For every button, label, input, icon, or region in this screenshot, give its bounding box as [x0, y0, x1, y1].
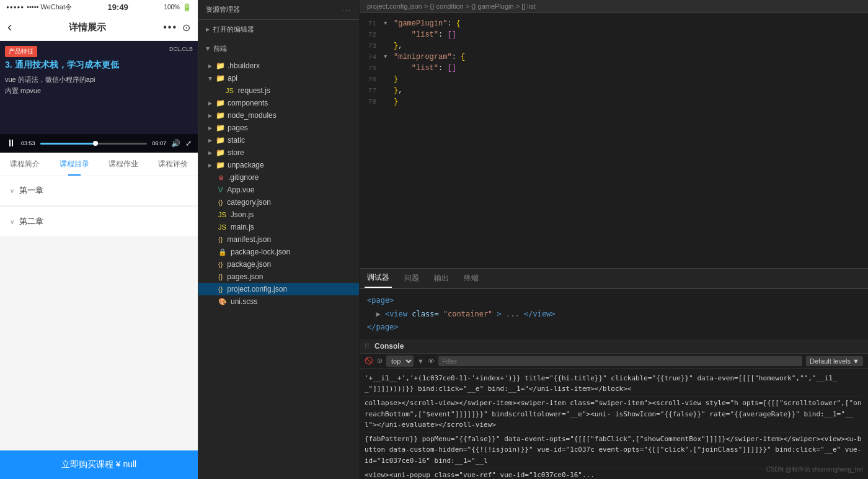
- folder-icon: 📁: [216, 136, 225, 145]
- file-node-modules[interactable]: ▶ 📁 node_modules: [198, 109, 359, 122]
- record-icon[interactable]: ⊙: [182, 22, 190, 34]
- console-context-select[interactable]: top: [386, 356, 414, 367]
- file-package-json[interactable]: {} package.json: [198, 258, 359, 271]
- file-pages-json[interactable]: {} pages.json: [198, 271, 359, 283]
- folder-icon: 📁: [216, 111, 225, 120]
- play-button[interactable]: ⏸: [6, 138, 16, 149]
- filter-icon[interactable]: ⊘: [377, 357, 383, 365]
- wxml-expand-arrow[interactable]: ▶: [376, 310, 380, 318]
- vue-icon: V: [218, 186, 223, 194]
- open-editors-label[interactable]: ▶ 打开的编辑器: [198, 22, 359, 37]
- file-gitignore[interactable]: ⊗ .gitignore: [198, 171, 359, 184]
- progress-bar[interactable]: [40, 143, 148, 145]
- folder-icon: 📁: [216, 74, 225, 83]
- carrier-dots: ●●●●●: [6, 4, 24, 10]
- lock-json-icon: 🔒: [218, 248, 227, 256]
- more-icon[interactable]: •••: [163, 22, 177, 33]
- file-request-js[interactable]: JS request.js: [198, 84, 359, 97]
- file-store[interactable]: ▶ 📁 store: [198, 146, 359, 159]
- page-title: 详情展示: [69, 22, 106, 34]
- console-dots-icon: ⁝⁝: [365, 342, 370, 350]
- line-content-72: "list": []: [394, 29, 456, 40]
- back-button[interactable]: ‹: [7, 19, 12, 35]
- video-title: 3. 通用技术栈，学习成本更低: [5, 60, 193, 71]
- file-json-js[interactable]: JS Json.js: [198, 208, 359, 221]
- file-app-vue[interactable]: V App.vue: [198, 184, 359, 196]
- phone-panel: ●●●●● ••••• WeChat令 19:49 100% 🔋 ‹ 详情展示 …: [0, 0, 198, 479]
- root-label[interactable]: ▶ 前端: [198, 42, 359, 56]
- console-line-2: collapse></scroll-view></swiper-item><sw…: [365, 396, 863, 432]
- eye-icon[interactable]: 👁: [428, 357, 435, 365]
- explorer-menu[interactable]: ···: [342, 6, 352, 14]
- folder-icon: 📁: [216, 148, 225, 157]
- file-manifest-json[interactable]: {} manifest.json: [198, 233, 359, 246]
- chapter-item-2[interactable]: ∨ 第二章: [0, 207, 198, 236]
- code-editor[interactable]: 71 ▼ "gamePlugin": { 72 "list": [] 73 },…: [360, 13, 868, 268]
- breadcrumb-text: project.config.json > {} condition > {} …: [367, 2, 536, 10]
- file-category-json[interactable]: {} category.json: [198, 196, 359, 208]
- scss-icon: 🎨: [218, 298, 227, 306]
- line-num-77: 77: [362, 85, 384, 96]
- file-main-js[interactable]: JS main.js: [198, 221, 359, 233]
- tab-problems[interactable]: 问题: [402, 269, 422, 287]
- clear-console-btn[interactable]: 🚫: [365, 357, 373, 365]
- code-line-78: 78 }: [360, 96, 868, 107]
- console-filter-input[interactable]: [438, 356, 802, 366]
- video-area: 产品特征 DCL.CLB 3. 通用技术栈，学习成本更低 vue 的语法，微信小…: [0, 41, 198, 153]
- chapter-item-1[interactable]: ∨ 第一章: [0, 176, 198, 205]
- console-line-1: '+__i1__+','+(1c037ce0-11-'+index+')}} t…: [365, 372, 863, 396]
- js-icon: JS: [218, 211, 226, 218]
- folder-icon: 📁: [216, 99, 225, 107]
- tab-terminal[interactable]: 终端: [461, 269, 481, 287]
- console-output: '+__i1__+','+(1c037ce0-11-'+index+')}} t…: [360, 369, 868, 479]
- line-arrow-71: ▼: [384, 18, 394, 29]
- file-tree: ▶ 📁 .hbuilderx ▶ 📁 api JS request.js ▶ 📁…: [198, 58, 359, 479]
- phone-status-bar: ●●●●● ••••• WeChat令 19:49 100% 🔋: [0, 0, 198, 14]
- tab-debugger[interactable]: 调试器: [365, 269, 392, 288]
- video-subtitle: vue 的语法，微信小程序的api 内置 mpvue: [5, 74, 193, 96]
- line-content-73: },: [394, 40, 402, 51]
- status-time: 19:49: [108, 2, 128, 12]
- line-num-74: 74: [362, 51, 384, 63]
- nav-icons: ••• ⊙: [163, 22, 190, 34]
- time-current: 03:53: [21, 140, 35, 146]
- chapter-2-header[interactable]: ∨ 第二章: [0, 207, 198, 236]
- file-api[interactable]: ▶ 📁 api: [198, 72, 359, 84]
- file-project-config[interactable]: {} project.config.json: [198, 283, 359, 295]
- tab-intro[interactable]: 课程简介: [0, 153, 50, 176]
- tab-catalog[interactable]: 课程目录: [50, 153, 99, 176]
- file-pages[interactable]: ▶ 📁 pages: [198, 122, 359, 134]
- fullscreen-icon[interactable]: ⤢: [185, 139, 192, 148]
- explorer-title: 资源管理器: [206, 5, 240, 14]
- console-line-3: {fabPattern}} popMenu="{{false}}" data-e…: [365, 432, 863, 468]
- line-content-77: },: [394, 85, 402, 96]
- console-toolbar: 🚫 ⊘ top ▼ 👁 Default levels ▼: [360, 354, 868, 369]
- video-title-area: 3. 通用技术栈，学习成本更低 vue 的语法，微信小程序的api 内置 mpv…: [5, 60, 193, 96]
- volume-icon[interactable]: 🔊: [171, 139, 180, 148]
- file-package-lock[interactable]: 🔒 package-lock.json: [198, 246, 359, 258]
- console-levels[interactable]: Default levels ▼: [806, 356, 863, 366]
- watermark-text: CSDN @程序员 shumengheng_hel: [766, 465, 863, 474]
- file-unpackage[interactable]: ▶ 📁 unpackage: [198, 159, 359, 171]
- tab-review[interactable]: 课程评价: [148, 153, 198, 176]
- json-icon: {}: [218, 236, 223, 243]
- line-content-75: "list": []: [394, 63, 456, 74]
- file-uni-scss[interactable]: 🎨 uni.scss: [198, 295, 359, 308]
- file-explorer: 资源管理器 ··· ▶ 打开的编辑器 ▶ 前端 ▶ 📁 .hbuilderx ▶…: [198, 0, 360, 479]
- json-icon: {}: [218, 261, 223, 268]
- js-icon: JS: [218, 223, 226, 231]
- chapter-1-header[interactable]: ∨ 第一章: [0, 176, 198, 205]
- file-components[interactable]: ▶ 📁 components: [198, 97, 359, 109]
- context-expand-icon[interactable]: ▼: [417, 357, 424, 365]
- tab-output[interactable]: 输出: [432, 269, 451, 287]
- chapter-2-arrow: ∨: [10, 218, 14, 225]
- chapter-2-label: 第二章: [19, 216, 43, 227]
- file-hbuilderx[interactable]: ▶ 📁 .hbuilderx: [198, 60, 359, 72]
- file-static[interactable]: ▶ 📁 static: [198, 134, 359, 146]
- product-badge: 产品特征: [5, 46, 37, 57]
- line-content-71: "gamePlugin": {: [394, 18, 461, 29]
- tab-homework[interactable]: 课程作业: [99, 153, 149, 176]
- buy-button[interactable]: 立即购买课程 ¥ null: [0, 450, 198, 479]
- open-editors-arrow: ▶: [206, 27, 210, 32]
- code-line-72: 72 "list": []: [360, 29, 868, 40]
